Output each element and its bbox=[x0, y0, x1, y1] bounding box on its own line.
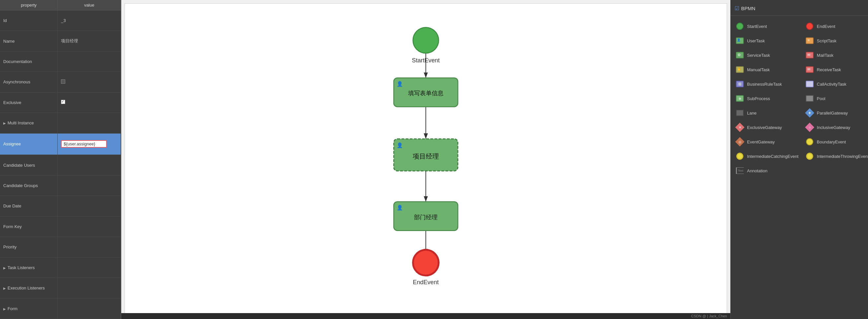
property-row-row-assignee[interactable]: Assignee${user.assignee} bbox=[0, 133, 121, 155]
bpmn-item-boundary-event[interactable]: BoundaryEvent bbox=[802, 135, 868, 149]
property-value-row-id[interactable]: _3 bbox=[58, 10, 121, 31]
bpmn-label-call-activity-task: CallActivityTask bbox=[817, 82, 846, 87]
bpmn-label-inclusive-gateway: InclusiveGateway bbox=[817, 125, 850, 130]
bpmn-item-business-rule-task[interactable]: BusinessRuleTask bbox=[732, 77, 802, 91]
bpmn-icon-pool bbox=[805, 94, 814, 103]
property-value-row-execution-listeners[interactable] bbox=[58, 278, 121, 298]
bpmn-icon-subprocess bbox=[735, 94, 744, 103]
bpmn-item-intermediate-throwing[interactable]: IntermediateThrowingEvent bbox=[802, 149, 868, 164]
bpmn-icon-intermediate-catching bbox=[735, 152, 744, 161]
bpmn-item-receive-task[interactable]: ReceiveTask bbox=[802, 62, 868, 77]
task2-label: 项目经理 bbox=[413, 153, 439, 160]
property-value-row-name[interactable]: 项目经理 bbox=[58, 31, 121, 51]
bpmn-item-script-task[interactable]: ScriptTask bbox=[802, 33, 868, 48]
property-value-row-task-listeners[interactable] bbox=[58, 257, 121, 278]
bpmn-icon-script-task bbox=[805, 36, 814, 45]
property-value-row-asynchronous[interactable] bbox=[58, 72, 121, 92]
property-value-row-due-date[interactable] bbox=[58, 196, 121, 216]
bpmn-item-pool[interactable]: Pool bbox=[802, 91, 868, 106]
left-panel: property value Id_3Name项目经理Documentation… bbox=[0, 0, 121, 319]
property-value-row-multi-instance[interactable] bbox=[58, 113, 121, 133]
property-label-row-assignee: Assignee bbox=[0, 133, 58, 155]
bpmn-label-lane: Lane bbox=[747, 111, 756, 116]
bpmn-icon-manual-task bbox=[735, 65, 744, 74]
bpmn-icon-receive-task bbox=[805, 65, 814, 74]
bpmn-item-annotation[interactable]: TextAnnotation bbox=[732, 164, 802, 178]
task1-label: 填写表单信息 bbox=[408, 90, 443, 96]
bpmn-item-event-gateway[interactable]: EventGateway bbox=[732, 135, 802, 149]
expand-icon-row-multi-instance[interactable]: ▶ bbox=[3, 121, 6, 125]
expand-icon-row-task-listeners[interactable]: ▶ bbox=[3, 266, 6, 270]
assignee-input[interactable]: ${user.assignee} bbox=[61, 140, 107, 148]
expand-icon-row-form[interactable]: ▶ bbox=[3, 307, 6, 311]
bpmn-item-start-event[interactable]: StartEvent bbox=[732, 19, 802, 33]
bpmn-label-subprocess: SubProcess bbox=[747, 96, 770, 101]
property-row-row-form[interactable]: ▶Form bbox=[0, 298, 121, 319]
bpmn-icon-boundary-event bbox=[805, 137, 814, 146]
property-row-row-name[interactable]: Name项目经理 bbox=[0, 31, 121, 51]
footer-bar: CSDN @ | Jack_Chen bbox=[121, 313, 730, 319]
property-column-header: property bbox=[0, 0, 58, 10]
bpmn-header: ☑ BPMN bbox=[731, 3, 868, 16]
checkbox-row-exclusive[interactable] bbox=[61, 100, 65, 104]
property-row-row-exclusive[interactable]: Exclusive bbox=[0, 92, 121, 113]
task2-icon: 👤 bbox=[397, 142, 403, 148]
property-row-row-multi-instance[interactable]: ▶Multi Instance bbox=[0, 113, 121, 133]
bpmn-item-subprocess[interactable]: SubProcess bbox=[732, 91, 802, 106]
property-row-row-priority[interactable]: Priority bbox=[0, 237, 121, 257]
property-label-row-asynchronous: Asynchronous bbox=[0, 72, 58, 92]
property-value-row-form-key[interactable] bbox=[58, 216, 121, 237]
property-row-row-due-date[interactable]: Due Date bbox=[0, 196, 121, 216]
expand-icon-row-execution-listeners[interactable]: ▶ bbox=[3, 287, 6, 290]
property-label-row-multi-instance: ▶Multi Instance bbox=[0, 113, 58, 133]
bpmn-label-end-event: EndEvent bbox=[817, 24, 835, 29]
bpmn-item-mail-task[interactable]: MailTask bbox=[802, 48, 868, 62]
property-row-row-documentation[interactable]: Documentation bbox=[0, 51, 121, 71]
property-value-row-exclusive[interactable] bbox=[58, 92, 121, 113]
property-value-row-candidate-groups[interactable] bbox=[58, 175, 121, 196]
property-value-row-priority[interactable] bbox=[58, 237, 121, 257]
bpmn-item-parallel-gateway[interactable]: ParallelGateway bbox=[802, 106, 868, 120]
bpmn-item-call-activity-task[interactable]: CallActivityTask bbox=[802, 77, 868, 91]
property-value-row-documentation[interactable] bbox=[58, 51, 121, 71]
end-event-label: EndEvent bbox=[413, 279, 439, 286]
bpmn-item-user-task[interactable]: UserTask bbox=[732, 33, 802, 48]
bpmn-item-inclusive-gateway[interactable]: InclusiveGateway bbox=[802, 120, 868, 135]
end-event-shape[interactable] bbox=[413, 250, 439, 276]
bpmn-label-parallel-gateway: ParallelGateway bbox=[817, 111, 848, 116]
property-label-row-name: Name bbox=[0, 31, 58, 51]
bpmn-item-intermediate-catching[interactable]: IntermediateCatchingEvent bbox=[732, 149, 802, 164]
property-value-row-form[interactable] bbox=[58, 298, 121, 319]
bpmn-item-service-task[interactable]: ServiceTask bbox=[732, 48, 802, 62]
bpmn-label-intermediate-throwing: IntermediateThrowingEvent bbox=[817, 154, 868, 159]
right-panel: ☑ BPMN StartEventEndEventUserTaskScriptT… bbox=[730, 0, 868, 319]
property-value-row-assignee[interactable]: ${user.assignee} bbox=[58, 133, 121, 155]
bpmn-icon-user-task bbox=[735, 36, 744, 45]
bpmn-icon-lane bbox=[735, 108, 744, 117]
checkbox-row-asynchronous[interactable] bbox=[61, 80, 65, 84]
property-row-row-task-listeners[interactable]: ▶Task Listeners bbox=[0, 257, 121, 278]
table-header-row: property value bbox=[0, 0, 121, 10]
property-value-row-candidate-users[interactable] bbox=[58, 155, 121, 175]
bpmn-item-exclusive-gateway[interactable]: ExclusiveGateway bbox=[732, 120, 802, 135]
bpmn-label-event-gateway: EventGateway bbox=[747, 140, 775, 144]
property-row-row-candidate-groups[interactable]: Candidate Groups bbox=[0, 175, 121, 196]
property-row-row-id[interactable]: Id_3 bbox=[0, 10, 121, 31]
bpmn-icon-event-gateway bbox=[735, 137, 744, 146]
bpmn-icon-start-event bbox=[735, 22, 744, 31]
bpmn-icon-intermediate-throwing bbox=[805, 152, 814, 161]
center-panel[interactable]: StartEvent 👤 填写表单信息 👤 项目经理 👤 部门经理 EndEve… bbox=[121, 0, 730, 319]
bpmn-item-end-event[interactable]: EndEvent bbox=[802, 19, 868, 33]
property-row-row-execution-listeners[interactable]: ▶Execution Listeners bbox=[0, 278, 121, 298]
bpmn-label-start-event: StartEvent bbox=[747, 24, 767, 29]
property-row-row-candidate-users[interactable]: Candidate Users bbox=[0, 155, 121, 175]
property-label-row-task-listeners: ▶Task Listeners bbox=[0, 257, 58, 278]
bpmn-icon-business-rule-task bbox=[735, 80, 744, 89]
property-label-row-candidate-groups: Candidate Groups bbox=[0, 175, 58, 196]
property-row-row-asynchronous[interactable]: Asynchronous bbox=[0, 72, 121, 92]
property-row-row-form-key[interactable]: Form Key bbox=[0, 216, 121, 237]
bpmn-diagram[interactable]: StartEvent 👤 填写表单信息 👤 项目经理 👤 部门经理 EndEve… bbox=[125, 4, 727, 315]
start-event-shape[interactable] bbox=[413, 28, 439, 53]
bpmn-item-lane[interactable]: Lane bbox=[732, 106, 802, 120]
bpmn-item-manual-task[interactable]: ManualTask bbox=[732, 62, 802, 77]
